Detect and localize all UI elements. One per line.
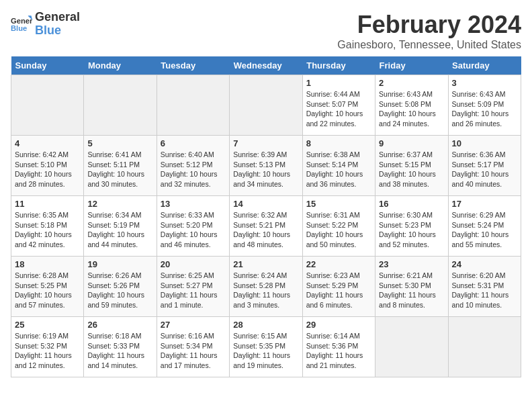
calendar-cell: 13Sunrise: 6:33 AM Sunset: 5:20 PM Dayli… bbox=[157, 196, 229, 257]
day-number: 22 bbox=[306, 259, 371, 269]
day-info: Sunrise: 6:37 AM Sunset: 5:15 PM Dayligh… bbox=[379, 150, 444, 189]
day-info: Sunrise: 6:30 AM Sunset: 5:23 PM Dayligh… bbox=[379, 210, 444, 250]
calendar-week-4: 18Sunrise: 6:28 AM Sunset: 5:25 PM Dayli… bbox=[11, 257, 521, 317]
calendar-cell bbox=[375, 317, 448, 377]
calendar-cell: 12Sunrise: 6:34 AM Sunset: 5:19 PM Dayli… bbox=[84, 196, 157, 257]
day-info: Sunrise: 6:38 AM Sunset: 5:14 PM Dayligh… bbox=[306, 150, 371, 189]
calendar-cell: 3Sunrise: 6:43 AM Sunset: 5:09 PM Daylig… bbox=[448, 75, 521, 136]
day-number: 14 bbox=[233, 199, 298, 209]
day-number: 7 bbox=[233, 138, 298, 148]
day-number: 2 bbox=[379, 78, 444, 88]
calendar-cell: 26Sunrise: 6:18 AM Sunset: 5:33 PM Dayli… bbox=[84, 317, 157, 377]
day-number: 20 bbox=[161, 259, 226, 269]
calendar-cell: 6Sunrise: 6:40 AM Sunset: 5:12 PM Daylig… bbox=[157, 136, 229, 196]
day-info: Sunrise: 6:24 AM Sunset: 5:28 PM Dayligh… bbox=[233, 271, 298, 310]
calendar-cell: 29Sunrise: 6:14 AM Sunset: 5:36 PM Dayli… bbox=[302, 317, 375, 377]
day-number: 5 bbox=[87, 138, 152, 148]
day-number: 16 bbox=[379, 199, 444, 209]
day-number: 1 bbox=[306, 78, 371, 88]
calendar-cell bbox=[84, 75, 157, 136]
calendar-cell: 8Sunrise: 6:38 AM Sunset: 5:14 PM Daylig… bbox=[302, 136, 375, 196]
col-tuesday: Tuesday bbox=[157, 56, 229, 75]
calendar-cell: 28Sunrise: 6:15 AM Sunset: 5:35 PM Dayli… bbox=[230, 317, 302, 377]
col-sunday: Sunday bbox=[11, 56, 84, 75]
calendar-cell: 15Sunrise: 6:31 AM Sunset: 5:22 PM Dayli… bbox=[302, 196, 375, 257]
day-info: Sunrise: 6:14 AM Sunset: 5:36 PM Dayligh… bbox=[306, 331, 371, 371]
calendar-cell: 1Sunrise: 6:44 AM Sunset: 5:07 PM Daylig… bbox=[302, 75, 375, 136]
calendar-cell: 27Sunrise: 6:16 AM Sunset: 5:34 PM Dayli… bbox=[157, 317, 229, 377]
day-info: Sunrise: 6:16 AM Sunset: 5:34 PM Dayligh… bbox=[161, 331, 226, 371]
calendar-week-3: 11Sunrise: 6:35 AM Sunset: 5:18 PM Dayli… bbox=[11, 196, 521, 257]
col-wednesday: Wednesday bbox=[230, 56, 302, 75]
calendar-cell bbox=[11, 75, 84, 136]
col-thursday: Thursday bbox=[302, 56, 375, 75]
calendar-cell: 2Sunrise: 6:43 AM Sunset: 5:08 PM Daylig… bbox=[375, 75, 448, 136]
day-number: 26 bbox=[87, 320, 152, 330]
day-info: Sunrise: 6:18 AM Sunset: 5:33 PM Dayligh… bbox=[87, 331, 152, 371]
day-number: 10 bbox=[452, 138, 517, 148]
calendar-cell: 18Sunrise: 6:28 AM Sunset: 5:25 PM Dayli… bbox=[11, 257, 84, 317]
day-number: 6 bbox=[161, 138, 226, 148]
day-number: 8 bbox=[306, 138, 371, 148]
day-info: Sunrise: 6:42 AM Sunset: 5:10 PM Dayligh… bbox=[15, 150, 80, 189]
day-info: Sunrise: 6:43 AM Sunset: 5:08 PM Dayligh… bbox=[379, 89, 444, 129]
day-number: 29 bbox=[306, 320, 371, 330]
calendar-cell: 17Sunrise: 6:29 AM Sunset: 5:24 PM Dayli… bbox=[448, 196, 521, 257]
day-info: Sunrise: 6:28 AM Sunset: 5:25 PM Dayligh… bbox=[15, 271, 80, 310]
calendar-cell: 22Sunrise: 6:23 AM Sunset: 5:29 PM Dayli… bbox=[302, 257, 375, 317]
calendar-cell: 11Sunrise: 6:35 AM Sunset: 5:18 PM Dayli… bbox=[11, 196, 84, 257]
calendar-cell: 9Sunrise: 6:37 AM Sunset: 5:15 PM Daylig… bbox=[375, 136, 448, 196]
calendar-body: 1Sunrise: 6:44 AM Sunset: 5:07 PM Daylig… bbox=[11, 75, 521, 377]
day-number: 21 bbox=[233, 259, 298, 269]
day-info: Sunrise: 6:39 AM Sunset: 5:13 PM Dayligh… bbox=[233, 150, 298, 189]
calendar-cell: 19Sunrise: 6:26 AM Sunset: 5:26 PM Dayli… bbox=[84, 257, 157, 317]
calendar-table: Sunday Monday Tuesday Wednesday Thursday… bbox=[11, 56, 521, 377]
day-number: 13 bbox=[161, 199, 226, 209]
day-info: Sunrise: 6:41 AM Sunset: 5:11 PM Dayligh… bbox=[87, 150, 152, 189]
day-info: Sunrise: 6:20 AM Sunset: 5:31 PM Dayligh… bbox=[452, 271, 517, 310]
calendar-cell: 23Sunrise: 6:21 AM Sunset: 5:30 PM Dayli… bbox=[375, 257, 448, 317]
calendar-week-2: 4Sunrise: 6:42 AM Sunset: 5:10 PM Daylig… bbox=[11, 136, 521, 196]
calendar-week-5: 25Sunrise: 6:19 AM Sunset: 5:32 PM Dayli… bbox=[11, 317, 521, 377]
calendar-cell bbox=[230, 75, 302, 136]
calendar-week-1: 1Sunrise: 6:44 AM Sunset: 5:07 PM Daylig… bbox=[11, 75, 521, 136]
col-friday: Friday bbox=[375, 56, 448, 75]
day-info: Sunrise: 6:31 AM Sunset: 5:22 PM Dayligh… bbox=[306, 210, 371, 250]
day-number: 28 bbox=[233, 320, 298, 330]
day-number: 27 bbox=[161, 320, 226, 330]
calendar-header: Sunday Monday Tuesday Wednesday Thursday… bbox=[11, 56, 521, 75]
svg-text:General: General bbox=[11, 17, 32, 25]
day-info: Sunrise: 6:26 AM Sunset: 5:26 PM Dayligh… bbox=[87, 271, 152, 310]
day-number: 15 bbox=[306, 199, 371, 209]
logo-blue: Blue bbox=[35, 24, 80, 38]
logo-general: General bbox=[35, 11, 80, 24]
logo-icon: General Blue bbox=[11, 15, 32, 34]
day-number: 9 bbox=[379, 138, 444, 148]
calendar-cell: 5Sunrise: 6:41 AM Sunset: 5:11 PM Daylig… bbox=[84, 136, 157, 196]
day-number: 12 bbox=[87, 199, 152, 209]
day-number: 18 bbox=[15, 259, 80, 269]
calendar-cell: 16Sunrise: 6:30 AM Sunset: 5:23 PM Dayli… bbox=[375, 196, 448, 257]
day-info: Sunrise: 6:44 AM Sunset: 5:07 PM Dayligh… bbox=[306, 89, 371, 129]
day-number: 19 bbox=[87, 259, 152, 269]
day-number: 3 bbox=[452, 78, 517, 88]
logo: General Blue General Blue bbox=[11, 11, 80, 38]
day-info: Sunrise: 6:35 AM Sunset: 5:18 PM Dayligh… bbox=[15, 210, 80, 250]
col-saturday: Saturday bbox=[448, 56, 521, 75]
day-info: Sunrise: 6:19 AM Sunset: 5:32 PM Dayligh… bbox=[15, 331, 80, 371]
day-info: Sunrise: 6:25 AM Sunset: 5:27 PM Dayligh… bbox=[161, 271, 226, 310]
calendar-cell: 4Sunrise: 6:42 AM Sunset: 5:10 PM Daylig… bbox=[11, 136, 84, 196]
day-info: Sunrise: 6:23 AM Sunset: 5:29 PM Dayligh… bbox=[306, 271, 371, 310]
calendar-cell: 25Sunrise: 6:19 AM Sunset: 5:32 PM Dayli… bbox=[11, 317, 84, 377]
day-number: 23 bbox=[379, 259, 444, 269]
day-info: Sunrise: 6:29 AM Sunset: 5:24 PM Dayligh… bbox=[452, 210, 517, 250]
header-row: Sunday Monday Tuesday Wednesday Thursday… bbox=[11, 56, 521, 75]
day-number: 4 bbox=[15, 138, 80, 148]
day-info: Sunrise: 6:33 AM Sunset: 5:20 PM Dayligh… bbox=[161, 210, 226, 250]
subtitle: Gainesboro, Tennessee, United States bbox=[337, 39, 521, 51]
col-monday: Monday bbox=[84, 56, 157, 75]
svg-text:Blue: Blue bbox=[11, 24, 27, 32]
calendar-cell: 21Sunrise: 6:24 AM Sunset: 5:28 PM Dayli… bbox=[230, 257, 302, 317]
day-number: 25 bbox=[15, 320, 80, 330]
day-number: 17 bbox=[452, 199, 517, 209]
